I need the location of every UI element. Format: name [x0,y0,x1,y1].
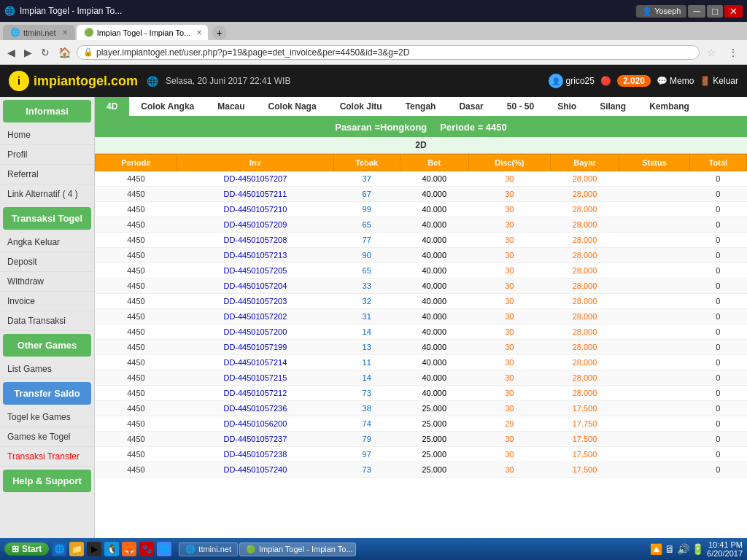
ie-icon[interactable]: 🌐 [52,542,66,556]
cell-inv[interactable]: DD-44501057237 [177,432,333,447]
inv-link[interactable]: DD-44501057204 [223,281,287,290]
tab-impian[interactable]: 🟢 Impian Togel - Impian To... ✕ [77,25,208,40]
cell-inv[interactable]: DD-44501057207 [177,171,333,187]
forward-btn[interactable]: ▶ [21,45,35,60]
new-tab-btn[interactable]: + [212,26,227,40]
sidebar-item-invoice[interactable]: Invoice [0,292,94,311]
cell-inv[interactable]: DD-44501057209 [177,217,333,233]
logout-label[interactable]: Keluar [713,76,738,86]
cell-inv[interactable]: DD-44501057211 [177,187,333,202]
tab-ttmini[interactable]: 🌐 ttmini.net ✕ [3,25,75,40]
taskbar-item-ttmini[interactable]: 🌐 ttmini.net [179,542,238,556]
cell-inv[interactable]: DD-44501057214 [177,355,333,370]
cell-inv[interactable]: DD-44501057236 [177,401,333,416]
profile-btn[interactable]: 👤Yoseph [636,5,686,18]
cell-inv[interactable]: DD-44501057199 [177,340,333,355]
close-btn[interactable]: ✕ [724,5,743,18]
address-bar[interactable]: 🔒 player.impiantogel.net/user.php?p=19&p… [77,45,700,60]
address-text[interactable]: player.impiantogel.net/user.php?p=19&pag… [96,47,693,58]
cell-inv[interactable]: DD-44501057212 [177,386,333,401]
maximize-btn[interactable]: □ [707,5,723,18]
inv-link[interactable]: DD-44501057214 [223,358,287,367]
logout-btn[interactable]: 🚪 Keluar [700,76,738,86]
inv-link[interactable]: DD-44501057209 [223,220,287,229]
transfer-saldo-btn[interactable]: Transfer Saldo [3,382,91,405]
media-icon[interactable]: ▶ [87,542,101,556]
sidebar-item-data-transaksi[interactable]: Data Transaksi [0,311,94,331]
tab-macau[interactable]: Macau [206,97,256,116]
reload-btn[interactable]: ↻ [38,45,53,60]
window-controls[interactable]: 👤Yoseph ─ □ ✕ [636,5,743,18]
sidebar-item-list-games[interactable]: List Games [0,359,94,379]
sidebar-item-home[interactable]: Home [0,125,94,145]
inv-link[interactable]: DD-44501057210 [223,205,287,214]
inv-link[interactable]: DD-44501057202 [223,312,287,321]
tab-4d[interactable]: 4D [95,97,129,116]
help-support-btn[interactable]: Help & Support [3,470,91,492]
cell-inv[interactable]: DD-44501057240 [177,462,333,478]
memo-label[interactable]: Memo [670,76,694,86]
tab-kembang[interactable]: Kembang [638,97,701,116]
inv-link[interactable]: DD-44501056200 [223,419,287,428]
back-btn[interactable]: ◀ [4,45,18,60]
cell-inv[interactable]: DD-44501057215 [177,370,333,386]
menu-icon[interactable]: ⋮ [724,45,743,60]
inv-link[interactable]: DD-44501057236 [223,404,287,413]
cell-inv[interactable]: DD-44501057238 [177,447,333,462]
sidebar-item-withdraw[interactable]: Withdraw [0,272,94,292]
inv-link[interactable]: DD-44501057212 [223,389,287,397]
transaksi-togel-btn[interactable]: Transaksi Togel [3,207,91,230]
tab-close-icon[interactable]: ✕ [62,28,68,36]
cell-inv[interactable]: DD-44501057210 [177,202,333,217]
firefox-icon[interactable]: 🦊 [122,542,136,556]
cell-inv[interactable]: DD-44501056200 [177,416,333,432]
cell-inv[interactable]: DD-44501057200 [177,324,333,340]
inv-link[interactable]: DD-44501057215 [223,373,287,382]
cell-inv[interactable]: DD-44501057208 [177,233,333,248]
tray-up-icon[interactable]: 🔼 [650,543,662,555]
sidebar-item-profil[interactable]: Profil [0,145,94,165]
cell-inv[interactable]: DD-44501057203 [177,294,333,309]
minimize-btn[interactable]: ─ [688,5,705,18]
sidebar-item-angka-keluar[interactable]: Angka Keluar [0,233,94,252]
home-btn[interactable]: 🏠 [55,45,74,60]
folder-icon[interactable]: 📁 [69,542,84,556]
bookmark-icon[interactable]: ☆ [703,45,721,60]
sidebar-item-games-ke-togel[interactable]: Games ke Togel [0,427,94,447]
taskbar-item-impian[interactable]: 🟢 Impian Togel - Impian To... [239,542,356,556]
cell-inv[interactable]: DD-44501057202 [177,309,333,324]
sidebar-item-transaksi-transfer[interactable]: Transaksi Transfer [0,447,94,467]
tab-colok-naga[interactable]: Colok Naga [257,97,328,116]
sidebar-item-deposit[interactable]: Deposit [0,252,94,272]
inv-link[interactable]: DD-44501057200 [223,327,287,336]
sidebar-item-togel-ke-games[interactable]: Togel ke Games [0,408,94,427]
memo-btn[interactable]: 💬 Memo [657,76,694,86]
informasi-btn[interactable]: Informasi [3,100,91,122]
tab-dasar[interactable]: Dasar [447,97,495,116]
tab-colok-angka[interactable]: Colok Angka [129,97,206,116]
tab-close-icon[interactable]: ✕ [196,28,202,36]
chrome-icon[interactable]: 🌐 [157,542,171,556]
inv-link[interactable]: DD-44501057203 [223,297,287,306]
tab-shio[interactable]: Shio [546,97,588,116]
tab-tengah[interactable]: Tengah [394,97,448,116]
inv-link[interactable]: DD-44501057237 [223,435,287,443]
inv-link[interactable]: DD-44501057238 [223,450,287,459]
app-icon[interactable]: 🐾 [139,542,154,556]
inv-link[interactable]: DD-44501057205 [223,266,287,275]
inv-link[interactable]: DD-44501057211 [223,190,287,198]
sidebar-item-link-alternatif[interactable]: Link Alternatif ( 4 ) [0,184,94,204]
tab-colok-jitu[interactable]: Colok Jitu [328,97,394,116]
inv-link[interactable]: DD-44501057208 [223,236,287,244]
cell-inv[interactable]: DD-44501057205 [177,263,333,279]
cell-inv[interactable]: DD-44501057204 [177,279,333,294]
tab-50-50[interactable]: 50 - 50 [495,97,546,116]
inv-link[interactable]: DD-44501057199 [223,343,287,351]
inv-link[interactable]: DD-44501057207 [223,174,287,183]
tab-silang[interactable]: Silang [588,97,638,116]
tray-volume-icon[interactable]: 🔊 [677,543,689,555]
other-games-btn[interactable]: Other Games [3,334,91,357]
start-btn[interactable]: ⊞ Start [4,542,49,556]
cell-inv[interactable]: DD-44501057213 [177,248,333,263]
inv-link[interactable]: DD-44501057213 [223,251,287,260]
